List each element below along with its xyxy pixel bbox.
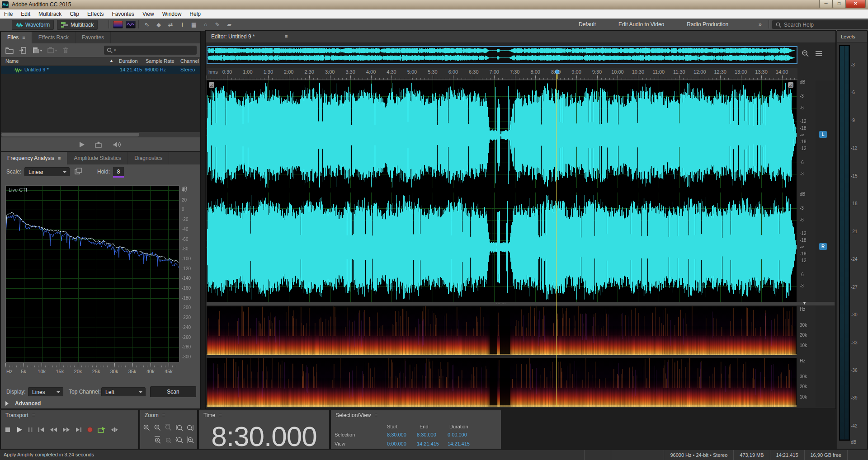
spot-healing-tool-icon[interactable]: ▰ xyxy=(224,20,234,29)
tab-favorites[interactable]: Favorites xyxy=(75,32,111,43)
scrollbar-thumb[interactable] xyxy=(1,133,139,136)
scale-dropdown[interactable]: Linear xyxy=(24,167,70,176)
spectral-display-left[interactable] xyxy=(207,306,797,355)
menu-item[interactable]: Multitrack xyxy=(34,9,66,19)
zoom-in-button[interactable] xyxy=(143,424,151,432)
panel-menu-icon[interactable]: ≡ xyxy=(285,33,288,39)
corner-marker-icon[interactable]: ◿ xyxy=(788,82,793,88)
files-horizontal-scrollbar[interactable] xyxy=(1,132,200,137)
corner-marker-icon[interactable]: ◿ xyxy=(209,82,214,88)
import-file-icon[interactable] xyxy=(19,47,28,54)
zoom-to-selection-button[interactable] xyxy=(175,436,183,444)
waveform-spectral-splitter[interactable]: …… ▾ xyxy=(207,302,835,305)
tab-files[interactable]: Files≡ xyxy=(1,32,32,43)
spectral-ruler-right[interactable]: Hz30k20k10k xyxy=(798,358,815,407)
top-channel-dropdown[interactable]: Left xyxy=(101,387,146,396)
panel-menu-icon[interactable]: ≡ xyxy=(219,412,222,418)
close-button[interactable]: ✕ xyxy=(845,0,866,8)
zoom-to-outpoint-button[interactable] xyxy=(186,424,194,432)
workspace-button[interactable]: Radio Production xyxy=(682,19,733,31)
sort-ascending-icon[interactable]: ▲ xyxy=(109,58,113,63)
selection-end[interactable]: 8:30.000 xyxy=(417,432,436,437)
panel-menu-icon[interactable]: ≡ xyxy=(32,412,35,418)
spectral-pitch-display-icon[interactable] xyxy=(126,21,136,28)
search-dropdown-arrow-icon[interactable]: ▾ xyxy=(114,48,116,52)
skip-to-end-button[interactable] xyxy=(75,427,82,433)
marquee-selection-tool-icon[interactable]: ▦ xyxy=(189,20,199,29)
workspace-overflow-chevron[interactable]: » xyxy=(754,19,766,31)
move-tool-icon[interactable]: ⇖ xyxy=(142,20,152,29)
razor-tool-icon[interactable]: ◆ xyxy=(154,20,164,29)
paintbrush-tool-icon[interactable]: ✎ xyxy=(212,20,222,29)
tab-effects-rack[interactable]: Effects Rack xyxy=(32,32,75,43)
menu-item[interactable]: Favorites xyxy=(108,9,138,19)
zoom-reset-amplitude-button[interactable] xyxy=(165,436,172,444)
preview-play-icon[interactable] xyxy=(79,141,85,148)
copy-graph-icon[interactable] xyxy=(75,168,82,175)
panel-menu-icon[interactable]: ≡ xyxy=(162,412,165,418)
menu-item[interactable]: Help xyxy=(185,9,205,19)
multitrack-view-button[interactable]: Multitrack xyxy=(57,20,98,30)
waveform-view-button[interactable]: Waveform xyxy=(12,20,54,30)
hold-button[interactable]: 8 xyxy=(113,167,124,178)
scan-button[interactable]: Scan xyxy=(150,386,196,397)
frequency-plot[interactable]: Live CTI xyxy=(5,185,179,362)
waveform-display[interactable]: ◿ ◿ xyxy=(207,80,797,302)
levels-title[interactable]: Levels xyxy=(837,31,867,42)
workspace-button[interactable]: Default xyxy=(574,19,600,31)
panel-menu-icon[interactable]: ≡ xyxy=(58,152,61,164)
menu-item[interactable]: View xyxy=(138,9,158,19)
menu-item[interactable]: Effects xyxy=(83,9,108,19)
maximize-button[interactable]: □ xyxy=(832,0,846,8)
view-start[interactable]: 0:00.000 xyxy=(387,441,406,446)
channel-badge-right[interactable]: R xyxy=(819,243,827,250)
amplitude-ruler-right[interactable]: dB-3-6-12-18-∞-18-12-6-3 xyxy=(798,192,815,302)
spectral-ruler-left[interactable]: Hz30k20k10k xyxy=(798,306,815,355)
display-dropdown[interactable]: Lines xyxy=(28,387,63,396)
play-button[interactable] xyxy=(16,427,23,433)
playhead-line[interactable] xyxy=(556,74,557,407)
zoom-to-inpoint-button[interactable] xyxy=(175,424,183,432)
tab-diagnostics[interactable]: Diagnostics xyxy=(128,152,169,164)
zoom-in-amplitude-button[interactable] xyxy=(154,436,161,444)
zoom-out-full-button[interactable] xyxy=(165,424,172,432)
title-bar[interactable]: Au Adobe Audition CC 2015 ─ □ ✕ xyxy=(0,0,868,10)
zoom-out-amplitude-button[interactable] xyxy=(154,424,161,432)
level-meters[interactable] xyxy=(839,45,850,441)
zoom-out-overview-icon[interactable] xyxy=(802,50,809,57)
menu-item[interactable]: Edit xyxy=(17,9,34,19)
file-row[interactable]: Untitled 9 * 14:21.415 96000 Hz Stereo xyxy=(1,66,200,74)
spectral-frequency-display-icon[interactable] xyxy=(113,21,123,28)
open-file-icon[interactable] xyxy=(5,47,14,54)
tab-amplitude-statistics[interactable]: Amplitude Statistics xyxy=(67,152,128,164)
files-column-header[interactable]: Name ▲ Duration Sample Rate Channel xyxy=(1,57,200,66)
loop-playback-button[interactable] xyxy=(98,427,106,433)
cti-playhead-handle[interactable] xyxy=(555,70,560,79)
files-list[interactable]: Untitled 9 * 14:21.415 96000 Hz Stereo xyxy=(1,66,200,132)
collapse-arrow-icon[interactable]: ▾ xyxy=(803,300,806,305)
timeline-ruler[interactable]: hms 0:301:001:302:002:303:003:304:004:30… xyxy=(207,68,797,80)
panel-menu-icon[interactable]: ≡ xyxy=(22,32,25,43)
files-search-field[interactable]: ▾ xyxy=(104,46,197,55)
rewind-button[interactable] xyxy=(49,427,58,433)
lasso-selection-tool-icon[interactable]: ○ xyxy=(201,20,211,29)
skip-to-start-button[interactable] xyxy=(38,427,45,433)
tab-frequency-analysis[interactable]: Frequency Analysis≡ xyxy=(1,152,67,164)
help-search-field[interactable]: Search Help xyxy=(772,20,868,29)
auto-play-icon[interactable] xyxy=(95,141,103,148)
loop-speaker-icon[interactable] xyxy=(113,141,122,148)
delete-icon[interactable] xyxy=(62,47,69,54)
time-selection-tool-icon[interactable]: I xyxy=(177,20,187,29)
spectral-display-right[interactable] xyxy=(207,358,797,407)
column-channel[interactable]: Channel xyxy=(180,58,199,64)
editor-display-menu-icon[interactable] xyxy=(815,51,822,56)
fast-forward-button[interactable] xyxy=(62,427,71,433)
column-duration[interactable]: Duration xyxy=(119,58,138,64)
view-duration[interactable]: 14:21.415 xyxy=(448,441,470,446)
skip-selection-button[interactable] xyxy=(110,427,119,433)
time-display[interactable]: 8:30.000 xyxy=(199,420,329,452)
editor-header[interactable]: Editor: Untitled 9 * ≡ xyxy=(206,31,835,43)
advanced-disclosure[interactable]: Advanced xyxy=(5,400,41,407)
new-file-icon[interactable] xyxy=(33,47,42,54)
view-end[interactable]: 14:21.415 xyxy=(417,441,439,446)
